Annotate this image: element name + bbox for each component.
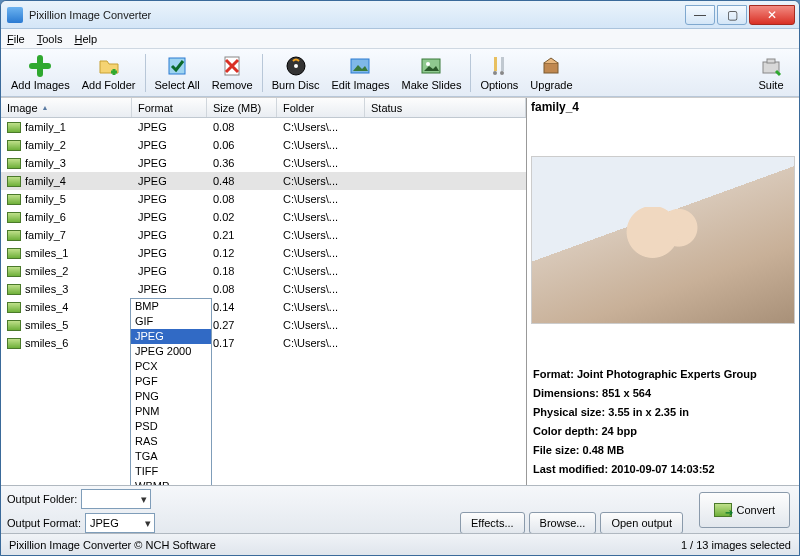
burn-disc-button[interactable]: Burn Disc xyxy=(266,52,326,93)
window-title: Pixillion Image Converter xyxy=(29,9,683,21)
column-status[interactable]: Status xyxy=(365,98,526,117)
plus-icon xyxy=(28,54,52,78)
remove-button[interactable]: Remove xyxy=(206,52,259,93)
output-folder-label: Output Folder: xyxy=(7,493,77,505)
image-file-icon xyxy=(7,230,21,241)
add-images-button[interactable]: Add Images xyxy=(5,52,76,93)
format-option[interactable]: TGA xyxy=(131,449,211,464)
format-option[interactable]: PNM xyxy=(131,404,211,419)
table-row[interactable]: smiles_60.17C:\Users\... xyxy=(1,334,526,352)
table-row[interactable]: family_1JPEG0.08C:\Users\... xyxy=(1,118,526,136)
image-file-icon xyxy=(7,212,21,223)
image-file-icon xyxy=(7,140,21,151)
options-icon xyxy=(487,54,511,78)
select-all-icon xyxy=(165,54,189,78)
column-size[interactable]: Size (MB) xyxy=(207,98,277,117)
app-icon xyxy=(7,7,23,23)
format-dropdown-list[interactable]: BMPGIFJPEGJPEG 2000PCXPGFPNGPNMPSDRASTGA… xyxy=(130,298,212,485)
add-folder-button[interactable]: Add Folder xyxy=(76,52,142,93)
format-option[interactable]: WBMP xyxy=(131,479,211,485)
format-option[interactable]: JPEG xyxy=(131,329,211,344)
format-option[interactable]: PSD xyxy=(131,419,211,434)
meta-physical: Physical size: 3.55 in x 2.35 in xyxy=(527,403,799,422)
preview-panel: family_4 Format: Joint Photographic Expe… xyxy=(527,98,799,485)
maximize-button[interactable]: ▢ xyxy=(717,5,747,25)
format-option[interactable]: RAS xyxy=(131,434,211,449)
image-file-icon xyxy=(7,194,21,205)
format-option[interactable]: PCX xyxy=(131,359,211,374)
table-row[interactable]: family_2JPEG0.06C:\Users\... xyxy=(1,136,526,154)
suite-icon xyxy=(759,54,783,78)
browse-button[interactable]: Browse... xyxy=(529,512,597,534)
meta-depth: Color depth: 24 bpp xyxy=(527,422,799,441)
menu-help[interactable]: Help xyxy=(74,33,97,45)
remove-icon xyxy=(220,54,244,78)
make-slides-button[interactable]: Make Slides xyxy=(396,52,468,93)
disc-icon xyxy=(284,54,308,78)
column-image[interactable]: Image xyxy=(1,98,132,117)
menu-tools[interactable]: Tools xyxy=(37,33,63,45)
select-all-button[interactable]: Select All xyxy=(149,52,206,93)
table-row[interactable]: family_4JPEG0.48C:\Users\... xyxy=(1,172,526,190)
output-folder-combo[interactable] xyxy=(81,489,151,509)
bottom-bar: Output Folder: Convert Output Format: JP… xyxy=(1,485,799,533)
svg-rect-13 xyxy=(767,59,775,63)
table-row[interactable]: family_6JPEG0.02C:\Users\... xyxy=(1,208,526,226)
file-rows[interactable]: family_1JPEG0.08C:\Users\...family_2JPEG… xyxy=(1,118,526,485)
table-row[interactable]: family_3JPEG0.36C:\Users\... xyxy=(1,154,526,172)
preview-image xyxy=(531,156,795,324)
svg-point-9 xyxy=(493,71,497,75)
image-file-icon xyxy=(7,248,21,259)
edit-images-icon xyxy=(348,54,372,78)
column-folder[interactable]: Folder xyxy=(277,98,365,117)
slides-icon xyxy=(419,54,443,78)
suite-button[interactable]: Suite xyxy=(747,52,795,93)
effects-button[interactable]: Effects... xyxy=(460,512,525,534)
minimize-button[interactable]: — xyxy=(685,5,715,25)
open-output-button[interactable]: Open output xyxy=(600,512,683,534)
image-file-icon xyxy=(7,158,21,169)
table-row[interactable]: smiles_50.27C:\Users\... xyxy=(1,316,526,334)
column-headers: Image Format Size (MB) Folder Status xyxy=(1,98,526,118)
edit-images-button[interactable]: Edit Images xyxy=(325,52,395,93)
meta-dimensions: Dimensions: 851 x 564 xyxy=(527,384,799,403)
app-window: Pixillion Image Converter — ▢ ✕ File Too… xyxy=(0,0,800,556)
table-row[interactable]: smiles_1JPEG0.12C:\Users\... xyxy=(1,244,526,262)
image-file-icon xyxy=(7,302,21,313)
menu-file[interactable]: File xyxy=(7,33,25,45)
image-file-icon xyxy=(7,320,21,331)
convert-button[interactable]: Convert xyxy=(699,492,790,528)
format-option[interactable]: JPEG 2000 xyxy=(131,344,211,359)
svg-point-10 xyxy=(500,71,504,75)
upgrade-button[interactable]: Upgrade xyxy=(524,52,578,93)
close-button[interactable]: ✕ xyxy=(749,5,795,25)
meta-filesize: File size: 0.48 MB xyxy=(527,441,799,460)
output-format-combo[interactable]: JPEG xyxy=(85,513,155,533)
format-option[interactable]: GIF xyxy=(131,314,211,329)
svg-rect-7 xyxy=(494,57,497,71)
meta-modified: Last modified: 2010-09-07 14:03:52 xyxy=(527,460,799,479)
column-format[interactable]: Format xyxy=(132,98,207,117)
image-file-icon xyxy=(7,176,21,187)
options-button[interactable]: Options xyxy=(474,52,524,93)
format-option[interactable]: BMP xyxy=(131,299,211,314)
image-file-icon xyxy=(7,338,21,349)
output-format-label: Output Format: xyxy=(7,517,81,529)
format-option[interactable]: TIFF xyxy=(131,464,211,479)
table-row[interactable]: smiles_40.14C:\Users\... xyxy=(1,298,526,316)
svg-rect-11 xyxy=(544,63,558,73)
convert-icon xyxy=(714,503,732,517)
preview-title: family_4 xyxy=(527,98,799,116)
table-row[interactable]: smiles_3JPEG0.08C:\Users\... xyxy=(1,280,526,298)
table-row[interactable]: family_7JPEG0.21C:\Users\... xyxy=(1,226,526,244)
table-row[interactable]: smiles_2JPEG0.18C:\Users\... xyxy=(1,262,526,280)
format-option[interactable]: PNG xyxy=(131,389,211,404)
format-option[interactable]: PGF xyxy=(131,374,211,389)
image-file-icon xyxy=(7,284,21,295)
image-file-icon xyxy=(7,266,21,277)
image-file-icon xyxy=(7,122,21,133)
status-bar: Pixillion Image Converter © NCH Software… xyxy=(1,533,799,555)
table-row[interactable]: family_5JPEG0.08C:\Users\... xyxy=(1,190,526,208)
titlebar: Pixillion Image Converter — ▢ ✕ xyxy=(1,1,799,29)
svg-point-3 xyxy=(294,64,298,68)
